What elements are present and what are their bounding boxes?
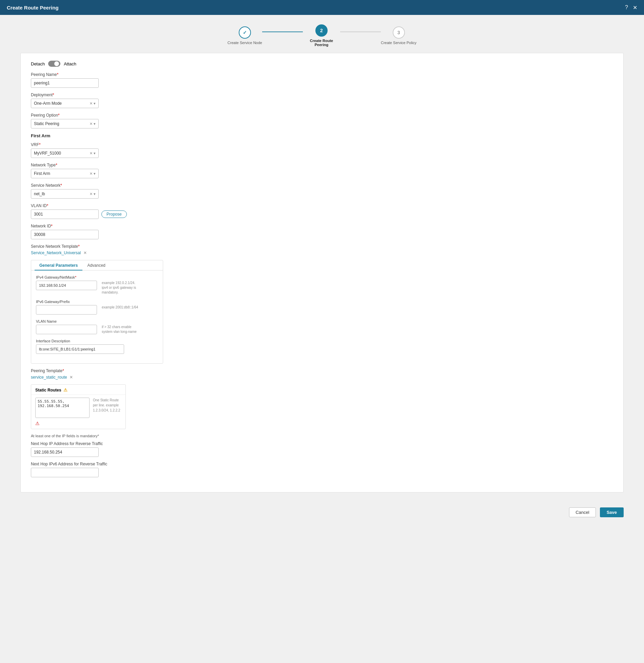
vlan-id-label: VLAN ID*	[31, 203, 613, 208]
chevron-down-icon: ▾	[94, 122, 96, 126]
detach-attach-toggle[interactable]	[48, 61, 60, 67]
form-container: Detach Attach Peering Name* Deployment* …	[20, 53, 624, 493]
network-id-group: Network ID*	[31, 224, 613, 239]
deployment-select[interactable]: One-Arm Mode ✕ ▾	[31, 99, 99, 108]
clear-icon: ✕	[90, 101, 93, 106]
step-line-1	[262, 32, 303, 32]
service-network-template-remove[interactable]: ✕	[83, 250, 87, 255]
vlan-id-input[interactable]	[31, 209, 99, 219]
ipv4-gateway-hint: example 192.0.2.1/24. ipv4 or ipv6 gatew…	[102, 281, 142, 295]
service-network-group: Service Network* net_lb ✕ ▾	[31, 183, 613, 199]
service-network-template-link[interactable]: Service_Network_Universal	[31, 250, 81, 255]
vlan-name-input[interactable]	[36, 325, 97, 334]
peering-template-remove[interactable]: ✕	[70, 375, 73, 380]
detach-attach-row: Detach Attach	[31, 61, 613, 67]
interface-desc-group: Interface Description	[36, 339, 158, 354]
step-3: 3 Create Service Policy	[381, 26, 416, 45]
tab-advanced[interactable]: Advanced	[82, 260, 110, 270]
step-1-circle	[239, 26, 251, 39]
step-3-label: Create Service Policy	[381, 41, 416, 45]
peering-template-group: Peering Template* service_static_route ✕	[31, 368, 613, 380]
interface-desc-input[interactable]	[36, 344, 124, 354]
tab-general[interactable]: General Parameters	[35, 260, 82, 270]
next-hop-ipv6-group: Next Hop IPv6 Address for Reverse Traffi…	[31, 462, 613, 477]
toggle-knob	[54, 61, 59, 66]
chevron-down-icon: ▾	[94, 192, 96, 196]
vlan-name-label: VLAN Name	[36, 319, 158, 323]
step-line-2	[340, 32, 381, 32]
next-hop-ipv6-input[interactable]	[31, 468, 99, 477]
next-hop-ipv4-label: Next Hop IP Address for Reverse Traffic	[31, 441, 613, 446]
static-routes-input[interactable]: 55.55.55.55, 192.168.50.254	[35, 398, 90, 418]
dialog-title: Create Route Peering	[7, 5, 59, 11]
chevron-down-icon: ▾	[94, 101, 96, 106]
clear-icon: ✕	[90, 192, 93, 196]
network-type-group: Network Type* First Arm ✕ ▾	[31, 163, 613, 178]
ipv6-gateway-label: IPv6 Gateway/Prefix	[36, 300, 158, 304]
chevron-down-icon: ▾	[94, 172, 96, 176]
peering-name-group: Peering Name*	[31, 72, 613, 88]
attach-label: Attach	[64, 61, 76, 66]
network-template-tabs: General Parameters Advanced IPv4 Gateway…	[31, 260, 163, 364]
vlan-id-group: VLAN ID* Propose	[31, 203, 613, 219]
warning-icon: ⚠	[63, 387, 67, 393]
help-icon[interactable]: ?	[625, 4, 628, 11]
cancel-button[interactable]: Cancel	[569, 507, 596, 517]
vlan-name-row: if > 32 chars enable system vlan long-na…	[36, 325, 158, 334]
vlan-name-hint: if > 32 chars enable system vlan long-na…	[102, 325, 142, 334]
ipv6-gateway-input[interactable]	[36, 305, 97, 315]
network-id-label: Network ID*	[31, 224, 613, 228]
step-1: Create Service Node	[228, 26, 262, 45]
clear-icon: ✕	[90, 122, 93, 126]
tabs-header: General Parameters Advanced	[31, 260, 163, 270]
peering-template-value: service_static_route ✕	[31, 375, 613, 380]
close-icon[interactable]: ✕	[633, 4, 637, 11]
mandatory-text: At least one of the IP fields is mandato…	[31, 434, 613, 438]
next-hop-ipv4-input[interactable]	[31, 447, 99, 457]
static-routes-box: Static Routes ⚠ 55.55.55.55, 192.168.50.…	[31, 384, 126, 429]
static-routes-header: Static Routes ⚠	[31, 385, 125, 395]
vlan-id-row: Propose	[31, 209, 613, 219]
step-2-label: Create Route Peering	[303, 39, 340, 47]
step-3-circle: 3	[393, 26, 405, 39]
vrf-group: VRF* MyVRF_51000 ✕ ▾	[31, 142, 613, 158]
step-2: 2 Create Route Peering	[303, 24, 340, 47]
service-network-template-value: Service_Network_Universal ✕	[31, 250, 613, 255]
peering-name-label: Peering Name*	[31, 72, 613, 77]
next-hop-ipv6-label: Next Hop IPv6 Address for Reverse Traffi…	[31, 462, 613, 466]
vrf-select[interactable]: MyVRF_51000 ✕ ▾	[31, 148, 99, 158]
peering-option-select[interactable]: Static Peering ✕ ▾	[31, 119, 99, 128]
title-bar: Create Route Peering ? ✕	[0, 0, 644, 15]
save-button[interactable]: Save	[600, 507, 624, 517]
service-network-label: Service Network*	[31, 183, 613, 188]
static-routes-hint: One Static Route per line. example 1.2.3…	[93, 398, 121, 426]
peering-template-link[interactable]: service_static_route	[31, 375, 67, 380]
ipv6-gateway-row: example 2001:db8::1/64	[36, 305, 158, 315]
clear-icon: ✕	[90, 172, 93, 176]
peering-option-label: Peering Option*	[31, 113, 613, 118]
wizard-steps: Create Service Node 2 Create Route Peeri…	[0, 15, 644, 53]
title-bar-actions: ? ✕	[625, 4, 637, 11]
network-type-label: Network Type*	[31, 163, 613, 167]
ipv6-gateway-group: IPv6 Gateway/Prefix example 2001:db8::1/…	[36, 300, 158, 315]
propose-button[interactable]: Propose	[101, 210, 127, 218]
ipv4-gateway-input[interactable]	[36, 281, 97, 290]
service-network-select[interactable]: net_lb ✕ ▾	[31, 189, 99, 199]
service-network-template-group: Service Network Template* Service_Networ…	[31, 244, 613, 255]
vrf-label: VRF*	[31, 142, 613, 147]
ipv4-gateway-row: example 192.0.2.1/24. ipv4 or ipv6 gatew…	[36, 281, 158, 295]
service-network-template-label: Service Network Template*	[31, 244, 613, 249]
step-3-number: 3	[397, 30, 400, 35]
deployment-label: Deployment*	[31, 93, 613, 97]
step-2-circle: 2	[315, 24, 328, 37]
step-1-label: Create Service Node	[228, 41, 262, 45]
clear-icon: ✕	[90, 151, 93, 156]
network-id-input[interactable]	[31, 230, 99, 239]
static-routes-body: 55.55.55.55, 192.168.50.254 ⚠ One Static…	[31, 395, 125, 429]
peering-name-input[interactable]	[31, 78, 99, 88]
peering-option-group: Peering Option* Static Peering ✕ ▾	[31, 113, 613, 128]
network-type-select[interactable]: First Arm ✕ ▾	[31, 169, 99, 178]
interface-desc-label: Interface Description	[36, 339, 158, 343]
ipv4-gateway-label: IPv4 Gateway/NetMask*	[36, 275, 158, 279]
error-icon: ⚠	[35, 421, 40, 426]
